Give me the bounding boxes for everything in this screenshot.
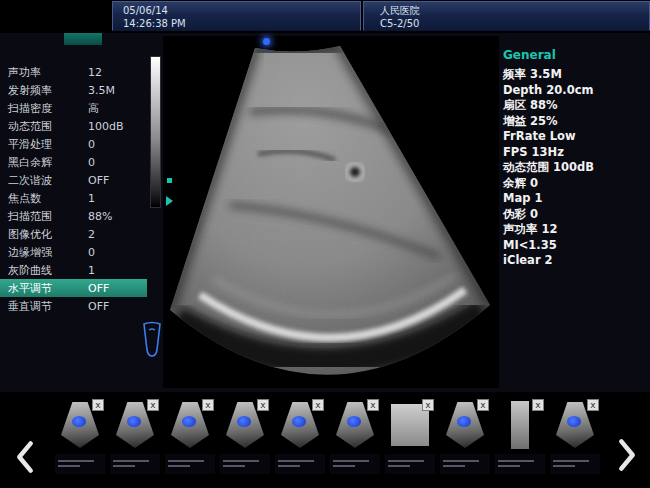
ultrasound-image [163,36,499,388]
thumb-colorflow-shape [72,416,86,427]
thumb-colorflow-shape [237,416,251,427]
thumbnail-close-icon[interactable]: x [257,399,269,411]
prev-thumbnails-button[interactable] [12,440,38,474]
thumbnail[interactable]: x [220,398,270,474]
thumbnail-caption [168,460,204,470]
param-row[interactable]: 图像优化 2 [0,225,147,243]
info-item: Map 1 [503,191,648,207]
thumb-tall-shape [511,401,529,449]
param-value: 1 [88,192,144,205]
next-thumbnails-button[interactable] [614,438,640,472]
thumb-colorflow-shape [127,416,141,427]
thumbnail-close-icon[interactable]: x [367,399,379,411]
param-label: 焦点数 [0,191,88,206]
time-text: 14:26:38 PM [123,17,350,30]
param-value: 0 [88,156,144,169]
param-value: 3.5M [88,84,144,97]
thumbnail-caption [553,460,589,470]
tgc-marker [167,178,172,183]
param-value: 0 [88,138,144,151]
menu-accent [64,33,102,45]
parameter-panel: 声功率 12 发射频率 3.5M 扫描密度 高 动态范围 100dB 平滑处理 … [0,63,147,315]
param-row[interactable]: 发射频率 3.5M [0,81,147,99]
info-list: 频率 3.5M Depth 20.0cm 扇区 88% 增益 25% FrRat… [503,67,648,269]
grayscale-bar [150,56,161,208]
thumbnail-caption [333,460,369,470]
thumb-colorflow-shape [567,416,581,427]
body-marker-icon [139,320,165,360]
info-item: 余辉 0 [503,176,648,192]
param-row[interactable]: 动态范围 100dB [0,117,147,135]
param-value: 高 [88,101,144,116]
param-label: 扫描密度 [0,101,88,116]
thumbnail-close-icon[interactable]: x [532,399,544,411]
param-row[interactable]: 声功率 12 [0,63,147,81]
datetime-panel: 05/06/14 14:26:38 PM [112,1,361,31]
info-item: FrRate Low [503,129,648,145]
chevron-left-icon [12,440,38,474]
param-row[interactable]: 二次谐波 OFF [0,171,147,189]
thumbnail-strip: x x x x [0,392,650,488]
info-panel: General 频率 3.5M Depth 20.0cm 扇区 88% 增益 2… [503,48,648,269]
param-label: 垂直调节 [0,299,88,314]
param-value: 12 [88,66,144,79]
param-row[interactable]: 水平调节 OFF [0,279,147,297]
param-label: 声功率 [0,65,88,80]
param-value: 2 [88,228,144,241]
info-item: 增益 25% [503,114,648,130]
thumbnail-close-icon[interactable]: x [202,399,214,411]
thumbnail[interactable]: x [440,398,490,474]
thumbnail-close-icon[interactable]: x [587,399,599,411]
thumbnail-caption [498,460,534,470]
thumbnail-close-icon[interactable]: x [92,399,104,411]
thumbnail-caption [113,460,149,470]
probe-orientation-marker [263,38,270,45]
titlebar: 05/06/14 14:26:38 PM 人民医院 C5-2/50 [0,0,650,33]
info-item: iClear 2 [503,253,648,269]
info-item: 扇区 88% [503,98,648,114]
thumbnail-close-icon[interactable]: x [422,399,434,411]
param-row[interactable]: 扫描范围 88% [0,207,147,225]
param-label: 水平调节 [0,281,88,296]
param-label: 边缘增强 [0,245,88,260]
param-label: 图像优化 [0,227,88,242]
param-row[interactable]: 焦点数 1 [0,189,147,207]
param-row[interactable]: 灰阶曲线 1 [0,261,147,279]
param-label: 黑白余辉 [0,155,88,170]
thumb-colorflow-shape [292,416,306,427]
thumbnail[interactable]: x [275,398,325,474]
thumbnail-caption [223,460,259,470]
thumbnail[interactable]: x [110,398,160,474]
hospital-panel: 人民医院 C5-2/50 [363,1,650,31]
info-item: 伪彩 0 [503,207,648,223]
thumbnail-close-icon[interactable]: x [477,399,489,411]
thumbnail[interactable]: x [165,398,215,474]
thumbnail[interactable]: x [385,398,435,474]
thumb-colorflow-shape [182,416,196,427]
thumbnail-close-icon[interactable]: x [312,399,324,411]
param-label: 二次谐波 [0,173,88,188]
info-item: 动态范围 100dB [503,160,648,176]
param-value: 1 [88,264,144,277]
param-row[interactable]: 边缘增强 0 [0,243,147,261]
info-item: FPS 13Hz [503,145,648,161]
param-label: 灰阶曲线 [0,263,88,278]
date-text: 05/06/14 [123,4,350,17]
thumbnail[interactable]: x [55,398,105,474]
thumbnail-close-icon[interactable]: x [147,399,159,411]
param-row[interactable]: 平滑处理 0 [0,135,147,153]
param-row[interactable]: 垂直调节 OFF [0,297,147,315]
param-value: 100dB [88,120,144,133]
thumbnail-list: x x x x [55,398,600,474]
info-item: MI<1.35 [503,238,648,254]
hospital-name: 人民医院 [380,4,639,17]
thumbnail-caption [278,460,314,470]
thumbnail[interactable]: x [495,398,545,474]
param-value: 0 [88,246,144,259]
thumbnail[interactable]: x [550,398,600,474]
thumbnail-caption [58,460,94,470]
chevron-right-icon [614,438,640,472]
param-row[interactable]: 黑白余辉 0 [0,153,147,171]
param-row[interactable]: 扫描密度 高 [0,99,147,117]
thumbnail[interactable]: x [330,398,380,474]
